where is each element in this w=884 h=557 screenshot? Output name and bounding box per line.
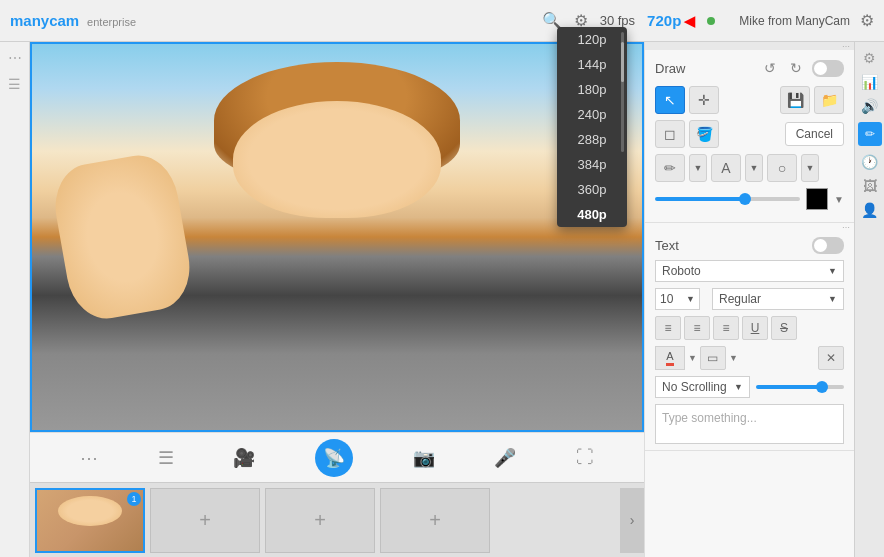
broadcast-button[interactable]: 📡	[315, 439, 353, 477]
pen-dropdown[interactable]: ▼	[689, 154, 707, 182]
res-480p[interactable]: 480p	[557, 202, 627, 227]
text-toggle[interactable]	[812, 237, 844, 254]
fr-draw-icon-active[interactable]: ✏	[858, 122, 882, 146]
scroll-select[interactable]: No Scrolling ▼	[655, 376, 750, 398]
text-color-button[interactable]: A	[655, 346, 685, 370]
app-edition: enterprise	[87, 16, 136, 28]
fill-color-tool[interactable]: A	[711, 154, 741, 182]
text-placeholder: Type something...	[662, 411, 757, 425]
brush-size-slider[interactable]	[655, 197, 800, 201]
thumbnail-badge: 1	[127, 492, 141, 506]
size-chevron: ▼	[686, 294, 695, 304]
res-360p[interactable]: 360p	[557, 177, 627, 202]
folder-tool[interactable]: 📁	[814, 86, 844, 114]
scroll-speed-slider[interactable]	[756, 385, 844, 389]
toggle-knob	[814, 62, 827, 75]
photo-icon[interactable]: 📷	[413, 447, 435, 469]
text-title: Text	[655, 238, 812, 253]
font-style-value: Regular	[719, 292, 761, 306]
bg-color-dropdown[interactable]: ▼	[729, 353, 738, 363]
color-swatch[interactable]	[806, 188, 828, 210]
draw-toggle[interactable]	[812, 60, 844, 77]
fr-audio-icon[interactable]: 🔊	[861, 98, 878, 114]
thumbnail-active[interactable]: 1	[35, 488, 145, 553]
fill-color-dropdown[interactable]: ▼	[745, 154, 763, 182]
resolution-value: 720p	[647, 12, 681, 29]
res-180p[interactable]: 180p	[557, 77, 627, 102]
res-240p[interactable]: 240p	[557, 102, 627, 127]
draw-header: Draw ↺ ↻	[655, 58, 844, 78]
color-dropdown-arrow[interactable]: ▼	[834, 194, 844, 205]
resolution-display[interactable]: 720p ◀	[647, 12, 695, 29]
align-left-icon: ≡	[664, 321, 671, 335]
fr-stats-icon[interactable]: 📊	[861, 74, 878, 90]
font-style-select[interactable]: Regular ▼	[712, 288, 844, 310]
add-icon-3: +	[429, 509, 441, 532]
pen-tool[interactable]: ✏	[655, 154, 685, 182]
sidebar-menu-icon[interactable]: ⋯	[8, 50, 22, 66]
align-left-button[interactable]: ≡	[655, 316, 681, 340]
fullscreen-icon[interactable]: ⛶	[576, 447, 594, 468]
font-size-select[interactable]: 10 ▼	[655, 288, 700, 310]
thumbnail-add-1[interactable]: +	[150, 488, 260, 553]
thumbnail-add-2[interactable]: +	[265, 488, 375, 553]
align-right-button[interactable]: ≡	[713, 316, 739, 340]
thumbnail-add-3[interactable]: +	[380, 488, 490, 553]
chevron-down-icon: ▼	[694, 163, 703, 173]
app-logo: manycam enterprise	[10, 12, 136, 29]
fr-clock-icon[interactable]: 🕐	[861, 154, 878, 170]
bottom-toolbar: ⋯ ☰ 🎥 📡 📷 🎤 ⛶	[30, 432, 644, 482]
sidebar-list-icon[interactable]: ☰	[8, 76, 21, 92]
clear-format-button[interactable]: ✕	[818, 346, 844, 370]
top-settings-icon[interactable]: ⚙	[860, 11, 874, 30]
fr-image-icon[interactable]: 🖼	[863, 178, 877, 194]
far-right-sidebar: ⚙ 📊 🔊 ✏ 🕐 🖼 👤	[854, 42, 884, 557]
cancel-button[interactable]: Cancel	[785, 122, 844, 146]
fr-user-icon[interactable]: 👤	[861, 202, 878, 218]
text-section: Text Roboto ▼ 10 ▼ Regular ▼	[645, 231, 854, 451]
center-panel: ⋯ ☰ 🎥 📡 📷 🎤 ⛶ 1 + +	[30, 42, 644, 557]
panel-scroll-top: ⋯	[645, 42, 854, 50]
scroll-row: No Scrolling ▼	[655, 376, 844, 398]
move-tool[interactable]: ✛	[689, 86, 719, 114]
align-center-button[interactable]: ≡	[684, 316, 710, 340]
format-row: ≡ ≡ ≡ U S	[655, 316, 844, 340]
add-icon-2: +	[314, 509, 326, 532]
res-120p[interactable]: 120p	[557, 27, 627, 52]
text-input-area[interactable]: Type something...	[655, 404, 844, 444]
thumbnail-next[interactable]: ›	[620, 488, 644, 553]
broadcast-icon: 📡	[323, 447, 345, 469]
eraser-tool[interactable]: ◻	[655, 120, 685, 148]
res-144p[interactable]: 144p	[557, 52, 627, 77]
fr-settings-icon[interactable]: ⚙	[863, 50, 876, 66]
strikethrough-button[interactable]: S	[771, 316, 797, 340]
undo-button[interactable]: ↺	[760, 58, 780, 78]
text-color-dropdown[interactable]: ▼	[688, 353, 697, 363]
move-icon: ✛	[698, 92, 710, 108]
save-icon: 💾	[787, 92, 804, 108]
mic-icon[interactable]: 🎤	[494, 447, 516, 469]
slider-thumb	[739, 193, 751, 205]
fps-display: 30 fps	[600, 13, 635, 28]
res-288p[interactable]: 288p	[557, 127, 627, 152]
menu-icon[interactable]: ⋯	[80, 447, 98, 469]
select-tool[interactable]: ↖	[655, 86, 685, 114]
chevron-right-icon: ›	[630, 512, 635, 528]
fill-tool[interactable]: 🪣	[689, 120, 719, 148]
style-chevron: ▼	[828, 294, 837, 304]
layers-icon[interactable]: ☰	[158, 447, 174, 469]
more-shapes-tool[interactable]: ▼	[801, 154, 819, 182]
font-row: Roboto ▼	[655, 260, 844, 282]
draw-title: Draw	[655, 61, 760, 76]
video-cam-icon[interactable]: 🎥	[233, 447, 255, 469]
font-select[interactable]: Roboto ▼	[655, 260, 844, 282]
res-384p[interactable]: 384p	[557, 152, 627, 177]
text-header: Text	[655, 237, 844, 254]
bg-color-button[interactable]: ▭	[700, 346, 726, 370]
circle-tool[interactable]: ○	[767, 154, 797, 182]
save-draw-tool[interactable]: 💾	[780, 86, 810, 114]
underline-button[interactable]: U	[742, 316, 768, 340]
redo-button[interactable]: ↻	[786, 58, 806, 78]
scroll-label: No Scrolling	[662, 380, 727, 394]
bg-color-icon: ▭	[707, 351, 718, 365]
